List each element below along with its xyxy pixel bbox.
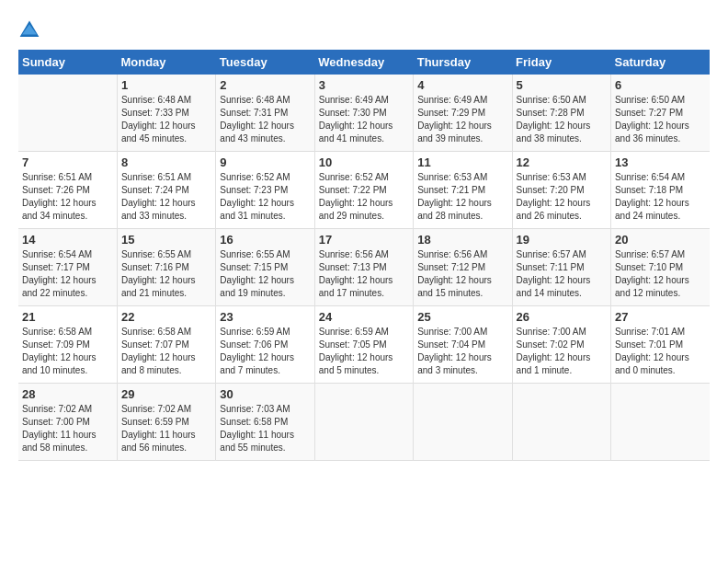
day-number: 16: [220, 233, 310, 247]
day-info: Sunrise: 6:52 AMSunset: 7:23 PMDaylight:…: [220, 171, 310, 223]
day-number: 23: [220, 310, 310, 324]
day-info: Sunrise: 6:55 AMSunset: 7:15 PMDaylight:…: [220, 248, 310, 300]
day-info: Sunrise: 6:56 AMSunset: 7:13 PMDaylight:…: [319, 248, 409, 300]
day-info: Sunrise: 6:59 AMSunset: 7:06 PMDaylight:…: [220, 326, 310, 377]
day-cell: 22Sunrise: 6:58 AMSunset: 7:07 PMDayligh…: [117, 306, 215, 384]
day-number: 1: [121, 78, 211, 92]
day-number: 21: [22, 310, 113, 324]
day-info: Sunrise: 6:58 AMSunset: 7:09 PMDaylight:…: [22, 326, 113, 377]
day-info: Sunrise: 6:55 AMSunset: 7:16 PMDaylight:…: [121, 248, 211, 300]
logo: [18, 18, 44, 40]
day-number: 5: [517, 78, 607, 92]
day-cell: 1Sunrise: 6:48 AMSunset: 7:33 PMDaylight…: [117, 75, 215, 152]
day-info: Sunrise: 6:56 AMSunset: 7:12 PMDaylight:…: [417, 248, 507, 300]
day-cell: 10Sunrise: 6:52 AMSunset: 7:22 PMDayligh…: [314, 152, 413, 229]
day-cell: 13Sunrise: 6:54 AMSunset: 7:18 PMDayligh…: [611, 152, 710, 229]
day-cell: 19Sunrise: 6:57 AMSunset: 7:11 PMDayligh…: [512, 229, 610, 306]
day-cell: [314, 384, 413, 461]
day-cell: [611, 384, 710, 461]
day-cell: 17Sunrise: 6:56 AMSunset: 7:13 PMDayligh…: [314, 229, 413, 306]
day-cell: 25Sunrise: 7:00 AMSunset: 7:04 PMDayligh…: [414, 306, 512, 384]
day-number: 6: [615, 78, 706, 92]
day-cell: 16Sunrise: 6:55 AMSunset: 7:15 PMDayligh…: [216, 229, 314, 306]
column-header-friday: Friday: [512, 50, 610, 75]
day-number: 22: [121, 310, 211, 324]
day-cell: 8Sunrise: 6:51 AMSunset: 7:24 PMDaylight…: [117, 152, 215, 229]
day-cell: 2Sunrise: 6:48 AMSunset: 7:31 PMDaylight…: [216, 75, 314, 152]
day-number: 15: [121, 233, 211, 247]
day-info: Sunrise: 6:53 AMSunset: 7:20 PMDaylight:…: [517, 171, 607, 223]
day-number: 2: [220, 78, 310, 92]
day-cell: 5Sunrise: 6:50 AMSunset: 7:28 PMDaylight…: [512, 75, 610, 152]
day-number: 30: [220, 387, 310, 401]
day-info: Sunrise: 6:50 AMSunset: 7:28 PMDaylight:…: [517, 94, 607, 145]
day-info: Sunrise: 6:57 AMSunset: 7:10 PMDaylight:…: [615, 248, 706, 300]
day-info: Sunrise: 6:54 AMSunset: 7:17 PMDaylight:…: [22, 248, 113, 300]
day-number: 11: [417, 155, 507, 169]
day-cell: 14Sunrise: 6:54 AMSunset: 7:17 PMDayligh…: [18, 229, 117, 306]
column-header-saturday: Saturday: [611, 50, 710, 75]
day-info: Sunrise: 6:50 AMSunset: 7:27 PMDaylight:…: [615, 94, 706, 145]
day-number: 4: [417, 78, 507, 92]
day-info: Sunrise: 7:01 AMSunset: 7:01 PMDaylight:…: [615, 326, 706, 377]
day-number: 26: [517, 310, 607, 324]
day-number: 7: [22, 155, 113, 169]
day-number: 27: [615, 310, 706, 324]
day-number: 19: [517, 233, 607, 247]
day-number: 3: [319, 78, 409, 92]
day-cell: [512, 384, 610, 461]
day-number: 24: [319, 310, 409, 324]
day-info: Sunrise: 6:57 AMSunset: 7:11 PMDaylight:…: [517, 248, 607, 300]
day-cell: 15Sunrise: 6:55 AMSunset: 7:16 PMDayligh…: [117, 229, 215, 306]
page-header: [18, 18, 710, 40]
day-cell: [414, 384, 512, 461]
calendar-table: SundayMondayTuesdayWednesdayThursdayFrid…: [18, 50, 710, 461]
week-row-3: 14Sunrise: 6:54 AMSunset: 7:17 PMDayligh…: [18, 229, 710, 306]
day-info: Sunrise: 6:49 AMSunset: 7:29 PMDaylight:…: [417, 94, 507, 145]
day-number: 14: [22, 233, 113, 247]
column-header-monday: Monday: [117, 50, 215, 75]
day-cell: 27Sunrise: 7:01 AMSunset: 7:01 PMDayligh…: [611, 306, 710, 384]
day-info: Sunrise: 6:51 AMSunset: 7:24 PMDaylight:…: [121, 171, 211, 223]
day-number: 17: [319, 233, 409, 247]
day-info: Sunrise: 6:54 AMSunset: 7:18 PMDaylight:…: [615, 171, 706, 223]
day-cell: 30Sunrise: 7:03 AMSunset: 6:58 PMDayligh…: [216, 384, 314, 461]
day-info: Sunrise: 6:49 AMSunset: 7:30 PMDaylight:…: [319, 94, 409, 145]
day-info: Sunrise: 6:52 AMSunset: 7:22 PMDaylight:…: [319, 171, 409, 223]
day-cell: 26Sunrise: 7:00 AMSunset: 7:02 PMDayligh…: [512, 306, 610, 384]
day-info: Sunrise: 7:00 AMSunset: 7:02 PMDaylight:…: [517, 326, 607, 377]
day-number: 20: [615, 233, 706, 247]
day-number: 29: [121, 387, 211, 401]
day-cell: 9Sunrise: 6:52 AMSunset: 7:23 PMDaylight…: [216, 152, 314, 229]
day-info: Sunrise: 7:02 AMSunset: 6:59 PMDaylight:…: [121, 403, 211, 454]
day-number: 18: [417, 233, 507, 247]
day-info: Sunrise: 6:51 AMSunset: 7:26 PMDaylight:…: [22, 171, 113, 223]
day-number: 9: [220, 155, 310, 169]
day-cell: 6Sunrise: 6:50 AMSunset: 7:27 PMDaylight…: [611, 75, 710, 152]
day-info: Sunrise: 6:58 AMSunset: 7:07 PMDaylight:…: [121, 326, 211, 377]
column-header-sunday: Sunday: [18, 50, 117, 75]
day-cell: 7Sunrise: 6:51 AMSunset: 7:26 PMDaylight…: [18, 152, 117, 229]
day-info: Sunrise: 7:02 AMSunset: 7:00 PMDaylight:…: [22, 403, 113, 454]
day-info: Sunrise: 6:59 AMSunset: 7:05 PMDaylight:…: [319, 326, 409, 377]
day-cell: 24Sunrise: 6:59 AMSunset: 7:05 PMDayligh…: [314, 306, 413, 384]
day-cell: 18Sunrise: 6:56 AMSunset: 7:12 PMDayligh…: [414, 229, 512, 306]
column-header-wednesday: Wednesday: [314, 50, 413, 75]
day-number: 28: [22, 387, 113, 401]
day-cell: 3Sunrise: 6:49 AMSunset: 7:30 PMDaylight…: [314, 75, 413, 152]
week-row-2: 7Sunrise: 6:51 AMSunset: 7:26 PMDaylight…: [18, 152, 710, 229]
day-info: Sunrise: 6:48 AMSunset: 7:33 PMDaylight:…: [121, 94, 211, 145]
day-cell: [18, 75, 117, 152]
day-cell: 20Sunrise: 6:57 AMSunset: 7:10 PMDayligh…: [611, 229, 710, 306]
week-row-4: 21Sunrise: 6:58 AMSunset: 7:09 PMDayligh…: [18, 306, 710, 384]
day-cell: 28Sunrise: 7:02 AMSunset: 7:00 PMDayligh…: [18, 384, 117, 461]
day-number: 8: [121, 155, 211, 169]
day-cell: 12Sunrise: 6:53 AMSunset: 7:20 PMDayligh…: [512, 152, 610, 229]
header-row: SundayMondayTuesdayWednesdayThursdayFrid…: [18, 50, 710, 75]
day-cell: 21Sunrise: 6:58 AMSunset: 7:09 PMDayligh…: [18, 306, 117, 384]
day-info: Sunrise: 7:03 AMSunset: 6:58 PMDaylight:…: [220, 403, 310, 454]
day-number: 25: [417, 310, 507, 324]
day-cell: 11Sunrise: 6:53 AMSunset: 7:21 PMDayligh…: [414, 152, 512, 229]
column-header-thursday: Thursday: [414, 50, 512, 75]
day-info: Sunrise: 6:53 AMSunset: 7:21 PMDaylight:…: [417, 171, 507, 223]
